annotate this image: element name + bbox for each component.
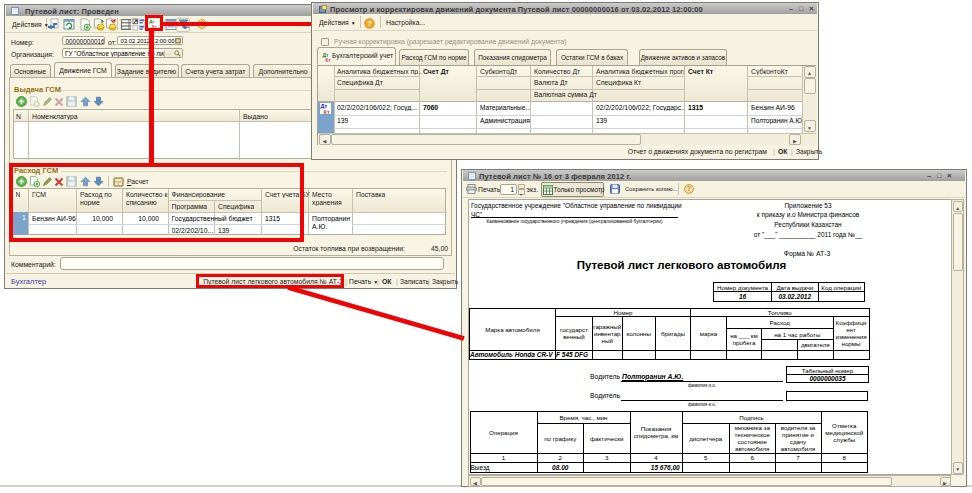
- svg-text:Кт: Кт: [325, 56, 331, 61]
- svg-text:?: ?: [367, 19, 372, 28]
- svg-text:?: ?: [687, 185, 691, 192]
- svg-text:Кт: Кт: [324, 109, 330, 115]
